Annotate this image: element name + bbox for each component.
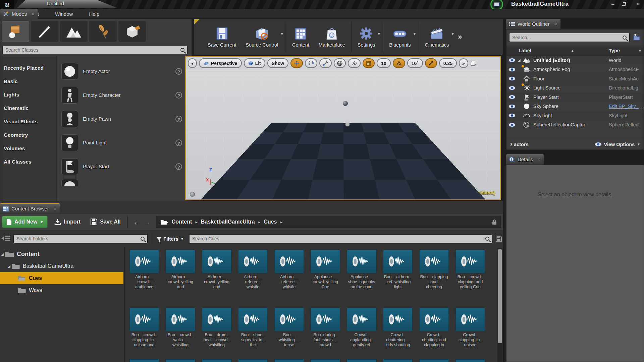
asset-tile[interactable]: Boo__crowd_clapping_andyelling Cue	[453, 250, 487, 290]
menu-help[interactable]: Help	[87, 10, 101, 17]
level-tab[interactable]: Untitled	[17, 0, 117, 8]
sphere-actor[interactable]	[343, 101, 348, 106]
edit-blueprint-link[interactable]: Edit BP_Sky_	[609, 104, 644, 109]
asset-tile[interactable]	[417, 359, 451, 362]
history-back-button[interactable]: ←	[134, 218, 141, 226]
placeable-empty-character[interactable]: Empty Character ?	[61, 83, 185, 107]
asset-tile[interactable]: Crowd_clapping_in_unison	[453, 308, 487, 348]
save-search-icon[interactable]	[496, 236, 502, 242]
show-menu-button[interactable]: Show	[267, 58, 288, 68]
settings-dropdown-icon[interactable]: ▼	[377, 32, 381, 36]
filters-button[interactable]: Filters ▼	[155, 236, 186, 242]
asset-tile[interactable]: Crowd_chatting_andclapping in	[417, 308, 451, 348]
help-icon[interactable]: ?	[175, 139, 182, 146]
mode-paint[interactable]	[31, 21, 58, 42]
visibility-eye-icon[interactable]	[508, 123, 516, 127]
asset-tile[interactable]: Boo__shoe_squeaks_in_the	[236, 308, 270, 348]
mode-landscape[interactable]	[60, 21, 88, 42]
asset-tile[interactable]: Airhorn__referee_whistle	[236, 250, 270, 290]
asset-tile[interactable]	[236, 359, 270, 362]
asset-tile[interactable]: Boo__crowd_walla__whistling	[164, 308, 197, 348]
tab-world-outliner[interactable]: World Outliner ×	[506, 19, 560, 29]
content-button[interactable]: Content	[287, 19, 314, 55]
expand-arrow-icon[interactable]: ◢	[518, 58, 523, 62]
visibility-eye-icon[interactable]	[508, 67, 516, 72]
breadcrumb-content[interactable]: Content	[172, 219, 192, 225]
tree-item-content[interactable]: ◢ Content	[0, 248, 123, 260]
asset-tile[interactable]: Airhorn__crowd_ambience	[127, 250, 161, 290]
viewport-options-dropdown[interactable]: ▾	[188, 58, 197, 68]
tab-modes[interactable]: Modes ×	[0, 9, 38, 19]
placeable-partial[interactable]	[61, 178, 185, 187]
marketplace-button[interactable]: u Marketplace	[314, 19, 350, 55]
close-icon[interactable]: ×	[554, 21, 557, 27]
menu-window[interactable]: Window	[53, 10, 75, 17]
title-bar[interactable]: u Untitled BasketballGameUltra – ×	[0, 0, 644, 9]
help-icon[interactable]: ?	[175, 116, 182, 122]
outliner-row-floor[interactable]: Floor StaticMeshAc	[506, 74, 644, 83]
add-folder-icon[interactable]	[632, 34, 641, 41]
outliner-row-sky-sphere[interactable]: Sky Sphere Edit BP_Sky_	[506, 102, 644, 111]
category-geometry[interactable]: Geometry	[0, 128, 56, 142]
category-lights[interactable]: Lights	[0, 88, 56, 102]
visibility-eye-icon[interactable]	[508, 104, 516, 109]
help-icon[interactable]: ?	[175, 92, 182, 99]
close-icon[interactable]: ×	[32, 11, 34, 17]
add-new-button[interactable]: Add New ▼	[2, 216, 48, 228]
scale-snap-toggle[interactable]	[425, 58, 437, 68]
visibility-eye-icon[interactable]	[508, 58, 516, 62]
minimize-button[interactable]: –	[609, 0, 616, 8]
asset-tile[interactable]: Boo__drum_beat__crowd_whistling	[200, 308, 233, 348]
lit-mode-button[interactable]: Lit	[244, 58, 265, 68]
asset-tile[interactable]: Boo__clapping_and_cheering	[417, 250, 451, 290]
column-type[interactable]: Type	[609, 48, 620, 53]
asset-tile[interactable]: Crowd_chattering__kids shouting	[381, 308, 415, 348]
perspective-button[interactable]: Perspective	[199, 58, 242, 68]
asset-tile[interactable]	[127, 359, 161, 362]
asset-tile[interactable]	[272, 359, 306, 362]
type-filter-icon[interactable]: ▼	[638, 49, 642, 53]
scale-snap-value[interactable]: 0.25	[439, 58, 457, 68]
expand-arrow-icon[interactable]: ◢	[0, 252, 5, 256]
category-all-classes[interactable]: All Classes	[0, 155, 56, 169]
placeable-empty-actor[interactable]: Empty Actor ?	[61, 59, 185, 83]
close-icon[interactable]: ×	[54, 206, 56, 212]
source-control-dropdown-icon[interactable]: ▼	[280, 32, 284, 36]
asset-tile[interactable]: Boo__whistling__tense	[272, 308, 306, 348]
category-basic[interactable]: Basic	[0, 75, 56, 88]
tab-content-browser[interactable]: Content Browser ×	[0, 203, 60, 214]
source-control-button[interactable]: Source Control	[241, 19, 283, 55]
help-icon[interactable]: ?	[175, 68, 182, 75]
outliner-row-untitled[interactable]: ◢ Untitled (Editor) World	[506, 56, 644, 65]
placeable-empty-pawn[interactable]: Empty Pawn ?	[61, 107, 185, 131]
asset-tile[interactable]	[309, 359, 342, 362]
lock-icon[interactable]	[492, 219, 497, 225]
asset-tile[interactable]: Applause__crowd_yellingCue	[309, 250, 342, 290]
asset-tile[interactable]	[200, 359, 233, 362]
asset-tile[interactable]: Boo__crowd_clapping_in_unison and	[127, 308, 161, 348]
blueprints-dropdown-icon[interactable]: ▼	[413, 32, 417, 36]
category-volumes[interactable]: Volumes	[0, 142, 56, 155]
search-classes-input[interactable]: Search Classes	[2, 45, 187, 54]
asset-tile[interactable]: Boo__airhorn__ref_whistlinglight	[381, 250, 415, 290]
expand-arrow-icon[interactable]: ◢	[7, 264, 11, 268]
asset-tile[interactable]	[381, 359, 415, 362]
camera-speed-button[interactable]: »	[459, 58, 468, 68]
tree-item-wavs[interactable]: Wavs	[0, 284, 123, 296]
world-local-toggle[interactable]	[334, 58, 346, 68]
visibility-eye-icon[interactable]	[508, 86, 516, 90]
outliner-row-sphere-reflection[interactable]: SphereReflectionCaptur SphereReflect	[506, 120, 644, 130]
visibility-eye-icon[interactable]	[508, 76, 516, 81]
outliner-row-player-start[interactable]: Player Start PlayerStart	[506, 93, 644, 102]
outliner-row-light-source[interactable]: Light Source DirectionalLig	[506, 83, 644, 93]
settings-button[interactable]: Settings	[353, 19, 380, 55]
outliner-search-input[interactable]: Search...	[509, 33, 630, 42]
scale-tool-button[interactable]	[319, 58, 332, 68]
mode-geometry[interactable]	[118, 21, 146, 42]
grid-snap-value[interactable]: 10	[377, 58, 391, 68]
search-folders-input[interactable]: Search Folders	[13, 234, 148, 243]
outliner-row-atmospheric-fog[interactable]: Atmospheric Fog AtmosphericF	[506, 65, 644, 74]
asset-tile[interactable]: Airhorn__crowd_yellingand	[164, 250, 197, 290]
asset-tile[interactable]: Applause__shoe_squeakson the court	[345, 250, 378, 290]
maximize-viewport-icon[interactable]	[470, 60, 477, 66]
